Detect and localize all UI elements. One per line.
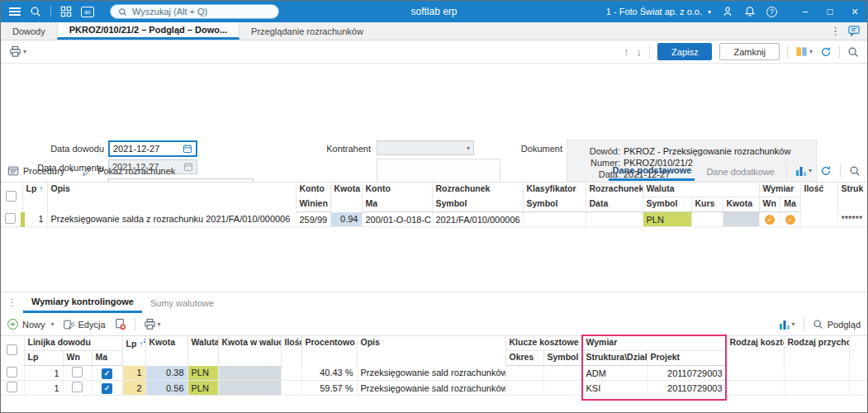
tab-dowody[interactable]: Dowody — [1, 22, 57, 40]
delete-icon[interactable] — [114, 318, 126, 330]
kwota-waluta-cell[interactable] — [218, 366, 281, 381]
select-all-checkbox[interactable] — [7, 344, 17, 355]
ma-checkbox[interactable]: ✓ — [102, 383, 112, 394]
edit-button[interactable]: Edycja — [63, 319, 106, 330]
col-rodzaj-przychodow[interactable]: Rodzaj przychodó — [784, 336, 849, 366]
col-rozrachunek-data[interactable]: Rozrachunek — [586, 183, 643, 197]
col-wymiar-group[interactable]: Wymiar — [759, 183, 800, 197]
col-wymiar-ma[interactable]: Ma — [780, 197, 800, 212]
col-symbol2[interactable]: Symbol — [523, 197, 586, 212]
new-button[interactable]: + Nowy ▾ — [7, 319, 55, 330]
col-linijka-wn[interactable]: Wn — [63, 351, 92, 366]
lp2-cell[interactable]: 1 — [122, 366, 145, 381]
waluta-cell[interactable]: PLN — [643, 212, 691, 227]
wymiar-wn-status-icon[interactable]: ✓ — [765, 215, 775, 225]
opis-cell[interactable]: Przeksięgowanie sald rozrachunków — [357, 366, 505, 381]
col-wymiar-wn[interactable]: Wn — [759, 197, 780, 212]
ma-checkbox[interactable]: ✓ — [102, 368, 112, 379]
projekt-cell[interactable]: 20110729003 — [647, 381, 726, 396]
rodzaj-przychodow-cell[interactable] — [784, 366, 849, 381]
kwota-waluta-cell[interactable] — [723, 212, 759, 227]
rodzaj-kosztow-cell[interactable] — [726, 366, 784, 381]
kwota-cell[interactable]: 0.56 — [145, 381, 187, 396]
wn-checkbox[interactable] — [72, 382, 83, 392]
col-procentowo[interactable]: Procentowo — [301, 336, 357, 366]
ma-cell[interactable]: ✓ — [92, 381, 122, 396]
calculator-icon[interactable]: ac — [81, 7, 94, 17]
col-linijka-lp[interactable]: Lp — [24, 351, 63, 366]
wn-checkbox[interactable] — [72, 367, 83, 377]
search-icon[interactable] — [30, 6, 41, 17]
col-lp2[interactable]: Lp ↑2 — [122, 336, 145, 366]
row-checkbox[interactable] — [7, 382, 17, 392]
wymiar-ma-status-icon[interactable]: ✓ — [785, 215, 795, 225]
wn-cell[interactable] — [63, 381, 92, 396]
tab-pkroz-podglad[interactable]: PKROZ/010/21/2 – Podgląd – Dowo... — [57, 22, 240, 40]
okres-cell[interactable] — [505, 366, 543, 381]
col-struktura-dzialy[interactable]: Struktura\Działy — [582, 351, 647, 366]
kurs-cell[interactable] — [691, 212, 723, 227]
waluta-cell[interactable]: PLN — [187, 381, 218, 396]
company-selector[interactable]: 1 - Foto Świat ap. z o.o. ▾ — [606, 7, 711, 17]
lp2-cell[interactable]: 2 — [122, 381, 145, 396]
rodzaj-kosztow-cell[interactable] — [726, 381, 784, 396]
row-checkbox[interactable] — [5, 213, 16, 224]
col-opis[interactable]: Opis — [47, 183, 296, 212]
tab-wymiary-kontrolingowe[interactable]: Wymiary kontrolingowe — [23, 292, 142, 313]
col-linijka-group[interactable]: Linijka dowodu — [24, 336, 122, 351]
kwota-cell[interactable]: 0.38 — [145, 366, 187, 381]
select-all-header[interactable] — [1, 183, 22, 212]
ilosc-cell[interactable] — [281, 381, 301, 396]
close-window-button[interactable]: × — [842, 1, 867, 22]
struktura-cell[interactable]: KSI — [582, 381, 647, 396]
col-waluta-group[interactable]: Waluta — [643, 183, 759, 197]
col-kwota[interactable]: Kwota — [145, 336, 187, 366]
row-select-cell[interactable] — [1, 212, 22, 227]
preview-button[interactable]: Podgląd — [813, 319, 861, 330]
kwota-cell[interactable]: 0.94 — [330, 212, 362, 227]
select-all-checkbox[interactable] — [6, 191, 17, 202]
rodzaj-przychodow-cell[interactable] — [784, 381, 849, 396]
kontrahent-field[interactable]: ▾ — [377, 140, 474, 155]
chat-icon[interactable] — [847, 25, 861, 37]
linijka-lp-cell[interactable]: 1 — [24, 366, 63, 381]
bell-icon[interactable] — [744, 6, 756, 17]
wn-cell[interactable] — [63, 366, 92, 381]
col-symbol[interactable]: Symbol — [543, 351, 582, 366]
help-icon[interactable]: ? — [766, 7, 777, 17]
row-select-cell[interactable] — [1, 381, 24, 396]
kwota-waluta-cell[interactable] — [218, 381, 281, 396]
col-konto-winien[interactable]: Konto — [296, 183, 330, 197]
col-ilosc[interactable]: Ilość — [281, 336, 301, 366]
row-checkbox[interactable] — [7, 367, 17, 377]
tab-dane-podstawowe[interactable]: Dane podstawowe — [609, 160, 695, 181]
rozrachunek-symbol-cell[interactable]: 2021/FA/010/000006 — [432, 212, 523, 227]
tab-przegladanie-rozrachunkow[interactable]: Przeglądanie rozrachunków — [240, 22, 375, 40]
global-search-input[interactable]: Wyszukaj (Alt + Q) — [110, 4, 279, 19]
lp-cell[interactable]: 1 — [22, 212, 47, 227]
procentowo-cell[interactable]: 40.43 % — [301, 366, 357, 381]
col-projekt[interactable]: Projekt — [647, 351, 726, 366]
chart-button[interactable]: ▾ — [779, 319, 795, 330]
move-up-button[interactable]: ↑ — [624, 45, 629, 58]
minimize-button[interactable]: – — [793, 1, 818, 22]
col-ma[interactable]: Ma — [362, 197, 432, 212]
col-linijka-ma[interactable]: Ma — [92, 351, 122, 366]
col-rozrachunek-symbol[interactable]: Rozrachunek — [432, 183, 523, 197]
col-lp[interactable]: Lp ↑ — [22, 183, 47, 212]
procedury-button[interactable]: Procedury ▾ — [7, 165, 74, 177]
col-waluta-symbol[interactable]: Symbol — [643, 197, 691, 212]
col-winien[interactable]: Winien — [296, 197, 330, 212]
data-dowodu-field[interactable]: 2021-12-27 — [108, 140, 197, 157]
print-button[interactable]: ▾ — [144, 318, 161, 330]
ilosc-cell[interactable] — [281, 366, 301, 381]
select-all-header[interactable] — [1, 336, 24, 366]
move-down-button[interactable]: ↓ — [637, 45, 643, 58]
symbol-cell[interactable] — [543, 366, 582, 381]
col-kwota-waluta[interactable]: Kwota w waluci — [218, 336, 281, 366]
apps-grid-icon[interactable] — [60, 6, 72, 17]
col-waluta-kwota[interactable]: Kwota — [723, 197, 759, 212]
col-data[interactable]: Data — [586, 197, 643, 212]
pokaz-rozrachunek-button[interactable]: Pokaż rozrachunek — [82, 165, 175, 177]
waluta-cell[interactable]: PLN — [187, 366, 218, 381]
